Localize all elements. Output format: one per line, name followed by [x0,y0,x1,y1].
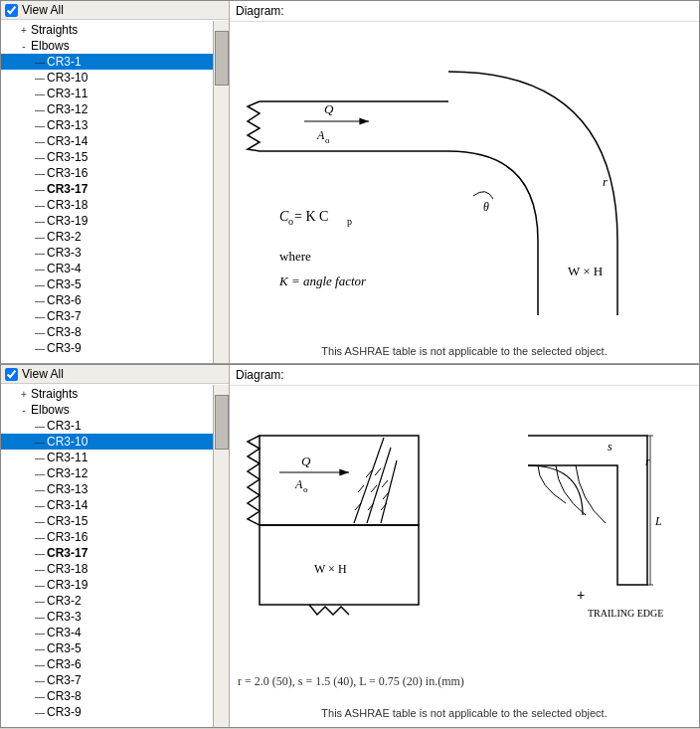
top-k-def-label: K = angle factor [278,273,367,288]
top-cr3-13[interactable]: —CR3-13 [1,117,213,133]
top-straights-expander[interactable]: + [17,25,31,36]
bottom-elbows-item[interactable]: - Elbows [1,402,213,418]
bottom-panel: View All + Straights - Elbows —CR3-1 — C… [0,364,700,728]
bottom-tree-header: View All [1,365,229,384]
top-tree-scrollbar[interactable] [213,21,229,363]
top-cr3-1-label: CR3-1 [47,55,82,69]
bottom-cr3-6[interactable]: —CR3-6 [1,656,213,672]
bottom-cr3-19[interactable]: —CR3-19 [1,577,213,593]
bottom-straights-item[interactable]: + Straights [1,386,213,402]
top-wxh-label: W × H [568,264,603,278]
bottom-diagram-label: Diagram: [236,368,284,382]
svg-text:= K C: = K C [294,209,328,224]
bottom-cr3-17[interactable]: —CR3-17 [1,545,213,561]
bottom-diagram-content: Q A o [230,386,699,727]
bottom-elbows-label: Elbows [31,403,70,417]
bottom-cr3-8[interactable]: —CR3-8 [1,688,213,704]
top-straights-item[interactable]: + Straights [1,22,213,38]
top-cr3-16[interactable]: —CR3-16 [1,165,213,181]
top-straights-label: Straights [31,23,78,37]
bottom-tree-body: + Straights - Elbows —CR3-1 — CR3-10 —CR… [1,384,229,727]
bottom-cr3-13[interactable]: —CR3-13 [1,481,213,497]
top-cr3-6[interactable]: —CR3-6 [1,292,213,308]
top-cr3-4[interactable]: —CR3-4 [1,261,213,276]
svg-line-16 [367,448,391,523]
top-elbows-label: Elbows [31,39,70,53]
top-tree-scrollbar-thumb[interactable] [215,31,229,86]
bottom-cr3-11[interactable]: —CR3-11 [1,450,213,465]
svg-rect-12 [260,436,419,525]
top-cr3-3[interactable]: —CR3-3 [1,245,213,261]
bottom-elbows-expander[interactable]: - [17,405,31,416]
bottom-tree-scrollbar-thumb[interactable] [215,395,229,450]
top-diagram-svg: Q A o r θ W × H [230,22,687,330]
top-cr3-12[interactable]: —CR3-12 [1,101,213,117]
svg-text:o: o [325,135,330,145]
top-diagram-content: Q A o r θ W × H [230,22,699,363]
svg-text:p: p [347,216,352,227]
top-note: This ASHRAE table is not applicable to t… [230,345,699,357]
bottom-l-label: L [654,514,662,528]
top-diagram-label: Diagram: [236,4,284,18]
top-panel: View All + Straights - Elbows — CR3-1 —C… [0,0,700,364]
svg-line-22 [371,485,377,492]
bottom-diagram-svg: Q A o [230,386,687,654]
top-cr3-9[interactable]: —CR3-9 [1,340,213,356]
bottom-cr3-16[interactable]: —CR3-16 [1,529,213,545]
bottom-cr3-1[interactable]: —CR3-1 [1,418,213,434]
svg-text:o: o [288,216,293,227]
top-cr3-5[interactable]: —CR3-5 [1,276,213,292]
bottom-cr3-18[interactable]: —CR3-18 [1,561,213,577]
top-view-all-checkbox[interactable] [5,4,18,17]
svg-line-20 [382,480,388,487]
bottom-cr3-14[interactable]: —CR3-14 [1,497,213,513]
top-cr3-11[interactable]: —CR3-11 [1,86,213,101]
bottom-q-label: Q [301,454,311,468]
top-r-label: r [603,174,609,189]
bottom-ao-label: A [294,477,303,491]
bottom-diagram-panel: Diagram: Q A o [230,365,699,727]
top-cr3-1-expander: — [33,57,47,68]
top-cr3-18[interactable]: —CR3-18 [1,197,213,213]
bottom-cr3-2[interactable]: —CR3-2 [1,593,213,609]
bottom-wxh-label: W × H [314,562,347,576]
top-cr3-7[interactable]: —CR3-7 [1,308,213,324]
bottom-cr3-15[interactable]: —CR3-15 [1,513,213,529]
bottom-plus: + [577,587,585,603]
top-tree-panel: View All + Straights - Elbows — CR3-1 —C… [1,1,230,363]
top-cr3-17[interactable]: —CR3-17 [1,181,213,197]
top-view-all-label: View All [22,3,64,17]
bottom-cr3-5[interactable]: —CR3-5 [1,640,213,656]
svg-line-19 [375,468,381,475]
top-cr3-2[interactable]: —CR3-2 [1,229,213,245]
bottom-cr3-10[interactable]: — CR3-10 [1,434,213,450]
top-tree-body: + Straights - Elbows — CR3-1 —CR3-10 —CR… [1,20,229,363]
top-where-label: where [279,249,311,264]
top-elbows-item[interactable]: - Elbows [1,38,213,54]
bottom-straights-expander[interactable]: + [17,389,31,400]
top-cr3-19[interactable]: —CR3-19 [1,213,213,229]
top-cr3-10[interactable]: —CR3-10 [1,70,213,86]
bottom-cr3-4[interactable]: —CR3-4 [1,625,213,640]
bottom-cr3-7[interactable]: —CR3-7 [1,672,213,688]
top-cr3-8[interactable]: —CR3-8 [1,324,213,340]
top-elbows-expander[interactable]: - [17,41,31,52]
bottom-view-all-checkbox[interactable] [5,368,18,381]
top-cr3-1[interactable]: — CR3-1 [1,54,213,70]
bottom-cr3-10-label: CR3-10 [47,435,88,449]
bottom-tree-scrollbar[interactable] [213,385,229,727]
bottom-cr3-3[interactable]: —CR3-3 [1,609,213,625]
bottom-trailing-edge: TRAILING EDGE [588,608,663,619]
bottom-straights-label: Straights [31,387,78,401]
bottom-cr3-9[interactable]: —CR3-9 [1,704,213,720]
bottom-cr3-12[interactable]: —CR3-12 [1,465,213,481]
top-cr3-15[interactable]: —CR3-15 [1,149,213,165]
svg-line-21 [358,485,364,492]
bottom-diagram-header: Diagram: [230,365,699,386]
top-cr3-14[interactable]: —CR3-14 [1,133,213,149]
bottom-tree-panel: View All + Straights - Elbows —CR3-1 — C… [1,365,230,727]
svg-line-15 [354,438,384,523]
svg-text:o: o [303,484,308,494]
top-diagram-header: Diagram: [230,1,699,22]
top-theta-label: θ [483,200,489,214]
